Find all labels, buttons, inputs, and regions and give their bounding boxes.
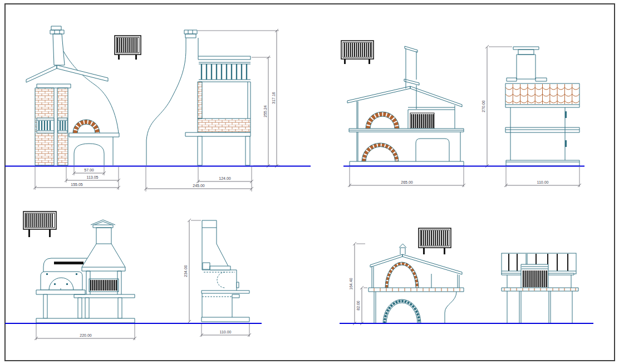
dim-label-total-width: 155.05 — [71, 183, 83, 186]
dimensions-pavilion-front: 57.00 113.05 155.05 — [33, 167, 120, 190]
dim-label-body-height: 255.24 — [263, 105, 267, 117]
grill-bars — [91, 280, 116, 291]
dim-label-total-height: 234.00 — [184, 265, 188, 277]
dim-label-total-height: 317.16 — [272, 92, 276, 104]
grill-symbol-icon — [419, 228, 451, 254]
dimensions-oven-front: 164.40 82.00 — [349, 242, 367, 325]
dimensions-combo-front: 220.00 — [35, 324, 136, 340]
dim-label-total-width: 110.00 — [537, 180, 549, 184]
dim-label-total-height: 270.00 — [482, 100, 485, 112]
dim-label-oven-width: 113.05 — [87, 175, 99, 179]
drawing-canvas: 57.00 113.05 155.05 124.00 245.00 255.24… — [0, 0, 619, 364]
dim-label-counter-height: 82.00 — [356, 301, 360, 311]
dim-label-total-width: 265.00 — [401, 180, 413, 184]
bbq-combo-front-elevation — [36, 220, 135, 323]
dim-label-arch-opening: 57.00 — [84, 168, 94, 172]
dimensions-gable-front: 265.00 — [348, 167, 465, 187]
bbq-combo-side-elevation — [202, 220, 249, 322]
grill-symbol-icon — [341, 41, 374, 64]
dimensions-pavilion-side: 124.00 245.00 255.24 317.16 — [144, 29, 280, 191]
bbq-pavilion-side-elevation — [146, 30, 250, 165]
bbq-gable-side-elevation — [505, 47, 579, 166]
dim-label-total-height: 164.40 — [349, 278, 353, 290]
bbq-pavilion-front-elevation — [26, 26, 119, 165]
grill-bars — [412, 114, 434, 128]
dim-label-total-width: 110.00 — [220, 330, 232, 334]
grill-bars — [202, 64, 247, 80]
bbq-gable-front-elevation — [347, 46, 464, 166]
dim-label-total-width: 220.00 — [80, 333, 92, 337]
cad-sheet: 57.00 113.05 155.05 124.00 245.00 255.24… — [0, 0, 619, 364]
grill-symbol-icon — [23, 211, 56, 237]
grill-bars — [523, 270, 547, 287]
bbq-pergola-rear-elevation — [502, 253, 578, 323]
grill-symbol-icon — [115, 36, 141, 60]
bbq-oven-front-elevation — [369, 244, 464, 323]
dim-label-firebox-width: 124.00 — [219, 176, 231, 180]
dim-label-total-depth: 245.00 — [193, 184, 205, 188]
